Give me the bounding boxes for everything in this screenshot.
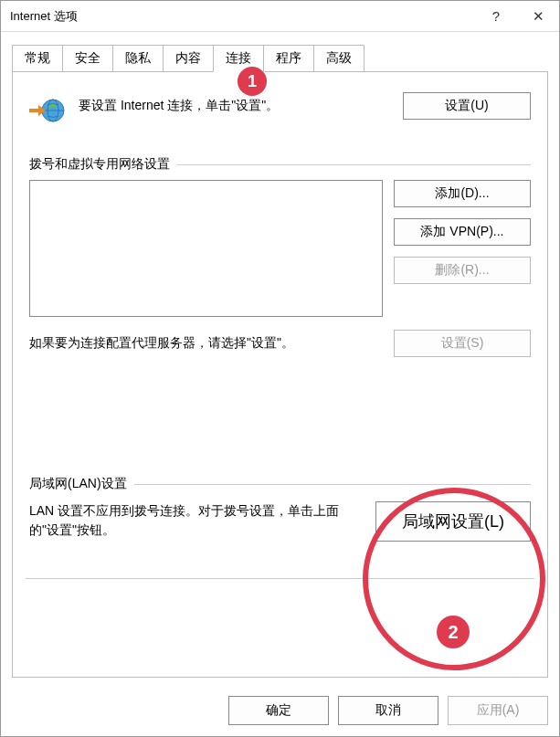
internet-options-window: Internet 选项 ? ✕ 常规 安全 隐私 内容 连接 程序 高级 — [0, 0, 560, 737]
annotation-badge-1: 1 — [238, 67, 267, 96]
annotation-badge-2: 2 — [437, 616, 470, 648]
tab-advanced[interactable]: 高级 — [313, 45, 365, 71]
remove-button: 删除(R)... — [394, 257, 531, 284]
lan-help-text: LAN 设置不应用到拨号连接。对于拨号设置，单击上面的"设置"按钮。 — [29, 501, 365, 542]
lan-group-label: 局域网(LAN)设置 — [29, 476, 531, 492]
dialup-label-text: 拨号和虚拟专用网络设置 — [29, 156, 170, 173]
tab-privacy[interactable]: 隐私 — [112, 45, 164, 71]
tab-general[interactable]: 常规 — [12, 45, 63, 71]
dialup-side-buttons: 添加(D)... 添加 VPN(P)... 删除(R)... — [394, 180, 531, 317]
tab-security[interactable]: 安全 — [62, 45, 113, 71]
proxy-row: 如果要为连接配置代理服务器，请选择"设置"。 设置(S) — [29, 330, 531, 357]
titlebar: Internet 选项 ? ✕ — [1, 1, 559, 32]
bottom-divider — [26, 578, 534, 579]
add-vpn-button[interactable]: 添加 VPN(P)... — [394, 218, 531, 246]
tab-content[interactable]: 内容 — [163, 45, 214, 71]
lan-label-text: 局域网(LAN)设置 — [29, 476, 127, 492]
add-button[interactable]: 添加(D)... — [394, 180, 531, 207]
tab-panel-connections: 要设置 Internet 连接，单击"设置"。 设置(U) 拨号和虚拟专用网络设… — [12, 71, 548, 678]
dialup-group-label: 拨号和虚拟专用网络设置 — [29, 156, 531, 173]
connection-settings-button: 设置(S) — [394, 330, 531, 357]
cancel-button[interactable]: 取消 — [338, 696, 438, 725]
apply-button: 应用(A) — [448, 696, 548, 725]
connections-listbox[interactable] — [29, 180, 383, 317]
proxy-help-text: 如果要为连接配置代理服务器，请选择"设置"。 — [29, 335, 383, 352]
lan-settings-button[interactable]: 局域网设置(L) — [375, 501, 531, 542]
ok-button[interactable]: 确定 — [228, 696, 329, 725]
help-button[interactable]: ? — [475, 1, 517, 32]
intro-row: 要设置 Internet 连接，单击"设置"。 设置(U) — [29, 92, 531, 129]
lan-row: LAN 设置不应用到拨号连接。对于拨号设置，单击上面的"设置"按钮。 局域网设置… — [29, 501, 531, 542]
divider-line — [177, 164, 531, 165]
globe-arrow-icon — [29, 92, 66, 129]
tab-programs[interactable]: 程序 — [263, 45, 314, 71]
divider-line — [134, 484, 531, 485]
tabs: 常规 安全 隐私 内容 连接 程序 高级 — [12, 45, 548, 71]
setup-button[interactable]: 设置(U) — [403, 92, 531, 120]
dialog-footer: 确定 取消 应用(A) — [1, 687, 559, 736]
close-button[interactable]: ✕ — [517, 1, 559, 32]
lan-section: 局域网(LAN)设置 LAN 设置不应用到拨号连接。对于拨号设置，单击上面的"设… — [29, 476, 531, 542]
intro-text: 要设置 Internet 连接，单击"设置"。 — [79, 92, 390, 114]
content-area: 常规 安全 隐私 内容 连接 程序 高级 — [1, 32, 559, 687]
window-title: Internet 选项 — [10, 8, 475, 25]
dialup-area: 添加(D)... 添加 VPN(P)... 删除(R)... — [29, 180, 531, 317]
